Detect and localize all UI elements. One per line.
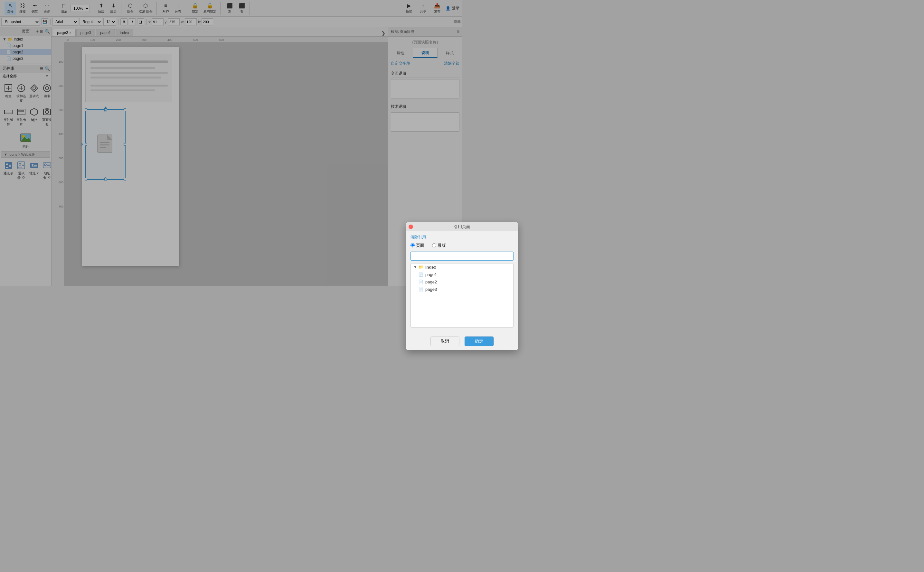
modal-overlay[interactable]: 引用页面 清除引用 页面 母版 ▼ 📁 index (0, 0, 462, 286)
modal-title: 引用页面 (453, 224, 462, 230)
modal-tree-arrow: ▼ (413, 265, 417, 269)
modal-radio-master[interactable]: 母版 (432, 242, 446, 249)
modal-tree-root[interactable]: ▼ 📁 index (411, 263, 462, 271)
modal-tree: ▼ 📁 index 📄 page1 📄 page2 📄 page3 (410, 263, 462, 286)
modal-clear-link[interactable]: 清除引用 (410, 235, 462, 240)
modal-page2-label: page2 (425, 280, 437, 284)
radio-page-input[interactable] (410, 243, 414, 247)
modal-body: 清除引用 页面 母版 ▼ 📁 index (406, 231, 462, 286)
modal-tree-folder-icon: 📁 (419, 265, 423, 269)
radio-master-label: 母版 (438, 242, 446, 249)
modal-tree-page3[interactable]: 📄 page3 (411, 286, 462, 286)
radio-master-input[interactable] (432, 243, 436, 247)
modal-titlebar: 引用页面 (406, 222, 462, 231)
modal-close-button[interactable] (408, 225, 413, 229)
modal-dialog: 引用页面 清除引用 页面 母版 ▼ 📁 index (406, 222, 462, 286)
modal-search-input[interactable] (410, 252, 462, 261)
modal-tree-page1[interactable]: 📄 page1 (411, 271, 462, 278)
modal-radio-page[interactable]: 页面 (410, 242, 424, 249)
modal-page1-icon: 📄 (419, 272, 423, 277)
modal-page1-label: page1 (425, 272, 437, 277)
modal-radio-row: 页面 母版 (410, 242, 462, 249)
radio-page-label: 页面 (416, 242, 424, 249)
modal-tree-root-label: index (425, 265, 436, 270)
modal-tree-page2[interactable]: 📄 page2 (411, 278, 462, 286)
modal-page2-icon: 📄 (419, 280, 423, 284)
